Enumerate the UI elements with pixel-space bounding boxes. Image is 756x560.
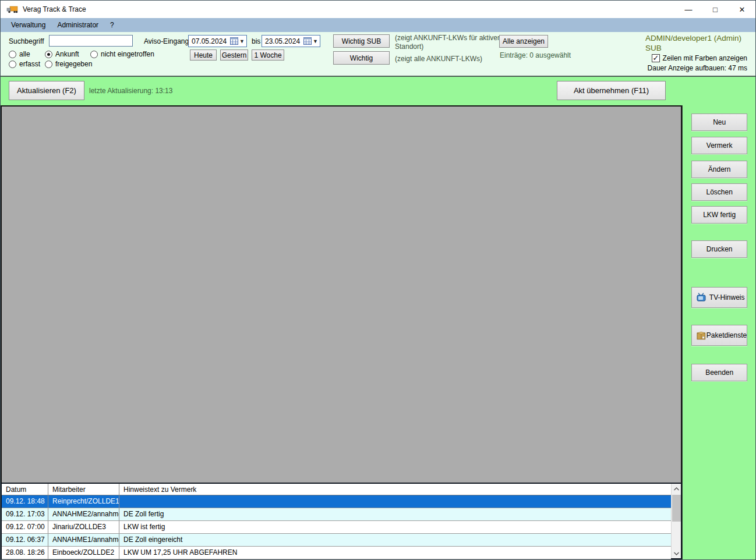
menu-help[interactable]: ? (104, 19, 120, 31)
table-scrollbar[interactable] (671, 484, 681, 558)
radio-erfasst[interactable]: erfasst (9, 60, 40, 68)
neu-button[interactable]: Neu (691, 114, 747, 131)
radio-freigegeben[interactable]: freigegeben (45, 60, 92, 68)
calendar-icon (230, 37, 238, 45)
content-area: Datum Mitarbeiter Hinweistext zu Vermerk… (1, 105, 755, 559)
scroll-down-icon[interactable] (672, 548, 681, 558)
column-header-datum[interactable]: Datum (2, 484, 48, 495)
table-row[interactable]: 09.12. 07:00 Jinariu/ZOLLDE3 LKW ist fer… (2, 521, 671, 534)
user-info: ADMIN/developer1 (Admin) SUB (645, 33, 749, 53)
date-from-value: 07.05.2024 (192, 37, 230, 45)
scroll-up-icon[interactable] (672, 484, 681, 494)
column-header-mitarbeiter[interactable]: Mitarbeiter (48, 484, 119, 495)
maximize-button[interactable]: □ (702, 1, 729, 18)
wichtig-button[interactable]: Wichtig (333, 51, 390, 65)
tv-icon (697, 293, 707, 302)
app-window: Verag Track & Trace — □ ✕ Verwaltung Adm… (0, 0, 756, 560)
paketdienste-button[interactable]: Paketdienste (691, 325, 747, 346)
action-sidebar: Neu Vermerk Ändern Löschen LKW fertig Dr… (682, 105, 755, 559)
radio-circle (90, 51, 98, 58)
column-header-hinweistext[interactable]: Hinweistext zu Vermerk (119, 484, 671, 495)
table-row[interactable]: 28.08. 18:26 Einboeck/ZOLLDE2 LKW UM 17,… (2, 547, 671, 559)
radio-alle[interactable]: alle (9, 50, 30, 58)
menu-administrator[interactable]: Administrator (51, 19, 104, 31)
chevron-down-icon: ▼ (313, 38, 318, 44)
entries-count: Einträge: 0 ausgewählt (500, 51, 571, 59)
checkbox-checked-icon (652, 54, 660, 62)
user-line2: SUB (645, 43, 749, 53)
table-row[interactable]: 09.12. 18:48 Reinprecht/ZOLLDE1 (2, 495, 671, 508)
minimize-button[interactable]: — (675, 1, 702, 18)
calendar-icon (303, 37, 312, 45)
date-to-picker[interactable]: 23.05.2024 ▼ (262, 35, 320, 47)
last-refresh-text: letzte Aktualisierung: 13:13 (89, 87, 172, 95)
search-input[interactable] (49, 35, 133, 47)
package-icon (697, 331, 706, 340)
tv-hinweis-button[interactable]: TV-Hinweis (691, 287, 747, 308)
radio-circle (45, 51, 52, 58)
user-line1: ADMIN/developer1 (Admin) (645, 33, 749, 43)
wichtig-sub-hint: (zeigt ANKUNFT-LKWs für aktiven Standort… (395, 34, 506, 51)
beenden-button[interactable]: Beenden (691, 364, 747, 381)
chevron-down-icon: ▼ (239, 38, 245, 44)
vermerk-button[interactable]: Vermerk (691, 137, 747, 154)
lkw-fertig-button[interactable]: LKW fertig (691, 206, 747, 224)
radio-circle (9, 61, 16, 68)
radio-circle (9, 51, 16, 58)
radio-circle (45, 61, 52, 68)
drucken-button[interactable]: Drucken (691, 240, 747, 258)
yesterday-button[interactable]: Gestern (220, 49, 248, 61)
menu-verwaltung[interactable]: Verwaltung (5, 19, 51, 31)
close-button[interactable]: ✕ (729, 1, 755, 18)
radio-nicht-eingetroffen[interactable]: nicht eingetroffen (90, 50, 154, 58)
window-title: Verag Track & Trace (23, 5, 86, 13)
menu-bar: Verwaltung Administrator ? (1, 18, 755, 32)
vermerk-table: Datum Mitarbeiter Hinweistext zu Vermerk… (1, 483, 682, 559)
table-row[interactable]: 09.12. 17:03 ANNAHME2/annahme2 DE Zoll f… (2, 508, 671, 521)
one-week-button[interactable]: 1 Woche (252, 49, 284, 61)
show-all-button[interactable]: Alle anzeigen (499, 35, 548, 48)
take-over-button[interactable]: Akt übernehmen (F11) (557, 81, 666, 100)
table-row[interactable]: 09.12. 06:37 ANNAHME1/annahme1 DE Zoll e… (2, 534, 671, 547)
title-bar: Verag Track & Trace — □ ✕ (1, 1, 755, 18)
aendern-button[interactable]: Ändern (691, 161, 747, 178)
rows-color-checkbox-label: Zeilen mit Farben anzeigen (663, 54, 747, 62)
rows-color-checkbox[interactable]: Zeilen mit Farben anzeigen (652, 54, 747, 62)
table-header-row: Datum Mitarbeiter Hinweistext zu Vermerk (2, 484, 671, 495)
wichtig-sub-button[interactable]: Wichtig SUB (333, 34, 390, 48)
aviso-label: Aviso-Eingang (144, 37, 189, 45)
action-toolbar: Aktualisieren (F2) letzte Aktualisierung… (1, 76, 755, 105)
bis-label: bis (252, 37, 260, 45)
loeschen-button[interactable]: Löschen (691, 183, 747, 201)
today-button[interactable]: Heute (190, 49, 217, 61)
render-duration-text: Dauer Anzeige aufbauen: 47 ms (648, 64, 747, 72)
refresh-button[interactable]: Aktualisieren (F2) (9, 81, 84, 100)
filter-panel: Suchbegriff alle Ankunft nicht eingetrof… (1, 32, 755, 76)
date-to-value: 23.05.2024 (265, 37, 303, 45)
main-grid-empty-area[interactable] (1, 105, 682, 483)
search-label: Suchbegriff (9, 37, 44, 45)
truck-icon (6, 5, 18, 14)
scrollbar-thumb[interactable] (672, 495, 681, 522)
radio-ankunft[interactable]: Ankunft (45, 50, 79, 58)
date-from-picker[interactable]: 07.05.2024 ▼ (188, 35, 247, 47)
